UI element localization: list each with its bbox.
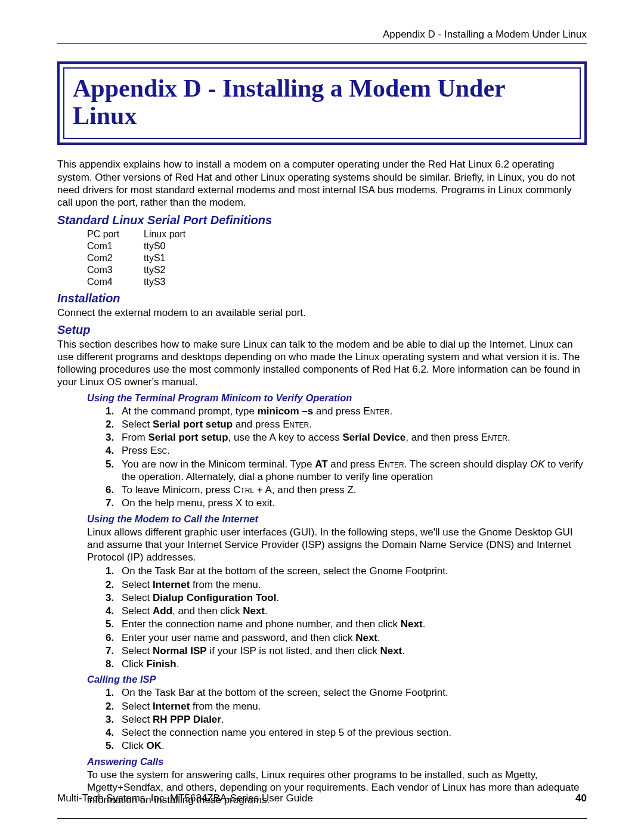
list-item: To leave Minicom, press Ctrl + A, and th… — [117, 484, 587, 496]
list-item: Select Internet from the menu. — [117, 578, 587, 591]
call-internet-steps: On the Task Bar at the bottom of the scr… — [117, 565, 587, 670]
th-linux-port: Linux port — [144, 228, 185, 240]
page-title: Appendix D - Installing a Modem Under Li… — [73, 75, 571, 129]
heading-installation: Installation — [57, 292, 587, 305]
subheading-call-internet: Using the Modem to Call the Internet — [87, 513, 587, 525]
table-row: Com2ttyS1 — [87, 252, 587, 264]
title-banner: Appendix D - Installing a Modem Under Li… — [57, 61, 587, 145]
th-pc-port: PC port — [87, 228, 144, 240]
intro-paragraph: This appendix explains how to install a … — [57, 158, 587, 209]
cell: ttyS1 — [144, 252, 165, 264]
cell: Com4 — [87, 276, 144, 288]
list-item: At the command prompt, type minicom –s a… — [117, 405, 587, 417]
footer-left: Multi-Tech Systems, Inc. MT5634ZBA-Serie… — [57, 792, 313, 804]
list-item: Select Normal ISP if your ISP is not lis… — [117, 645, 587, 657]
list-item: Select Serial port setup and press Enter… — [117, 418, 587, 431]
list-item: Click Finish. — [117, 658, 587, 670]
table-row: Com1ttyS0 — [87, 240, 587, 252]
setup-text: This section describes how to make sure … — [57, 338, 587, 389]
list-item: Select Internet from the menu. — [117, 700, 587, 713]
footer-rule — [57, 818, 587, 819]
list-item: Press Esc. — [117, 444, 587, 457]
page-footer: Multi-Tech Systems, Inc. MT5634ZBA-Serie… — [57, 792, 587, 804]
list-item: You are now in the Minicom terminal. Typ… — [117, 458, 587, 484]
heading-serial-port-defs: Standard Linux Serial Port Definitions — [57, 213, 587, 227]
installation-text: Connect the external modem to an availab… — [57, 306, 587, 319]
minicom-steps: At the command prompt, type minicom –s a… — [117, 405, 587, 510]
list-item: From Serial port setup, use the A key to… — [117, 431, 587, 444]
page-number: 40 — [575, 792, 587, 804]
list-item: Select Dialup Configuration Tool. — [117, 592, 587, 604]
list-item: On the help menu, press X to exit. — [117, 497, 587, 509]
subheading-minicom: Using the Terminal Program Minicom to Ve… — [87, 392, 587, 404]
list-item: On the Task Bar at the bottom of the scr… — [117, 686, 587, 699]
list-item: Select the connection name you entered i… — [117, 726, 587, 739]
table-header-row: PC port Linux port — [87, 228, 587, 240]
calling-isp-steps: On the Task Bar at the bottom of the scr… — [117, 686, 587, 752]
list-item: Enter the connection name and phone numb… — [117, 618, 587, 630]
table-row: Com4ttyS3 — [87, 276, 587, 288]
cell: ttyS2 — [144, 264, 165, 276]
subheading-answering-calls: Answering Calls — [87, 756, 587, 767]
list-item: Enter your user name and password, and t… — [117, 631, 587, 644]
port-definitions-table: PC port Linux port Com1ttyS0 Com2ttyS1 C… — [87, 228, 587, 288]
running-header: Appendix D - Installing a Modem Under Li… — [57, 29, 587, 41]
cell: ttyS3 — [144, 276, 165, 288]
call-internet-intro: Linux allows different graphic user inte… — [87, 526, 587, 564]
subheading-calling-isp: Calling the ISP — [87, 674, 587, 685]
cell: ttyS0 — [144, 240, 165, 252]
cell: Com2 — [87, 252, 144, 264]
list-item: Select RH PPP Dialer. — [117, 713, 587, 726]
heading-setup: Setup — [57, 323, 587, 337]
list-item: Click OK. — [117, 739, 587, 752]
list-item: Select Add, and then click Next. — [117, 605, 587, 617]
cell: Com3 — [87, 264, 144, 276]
header-rule — [57, 43, 587, 44]
list-item: On the Task Bar at the bottom of the scr… — [117, 565, 587, 577]
cell: Com1 — [87, 240, 144, 252]
table-row: Com3ttyS2 — [87, 264, 587, 276]
